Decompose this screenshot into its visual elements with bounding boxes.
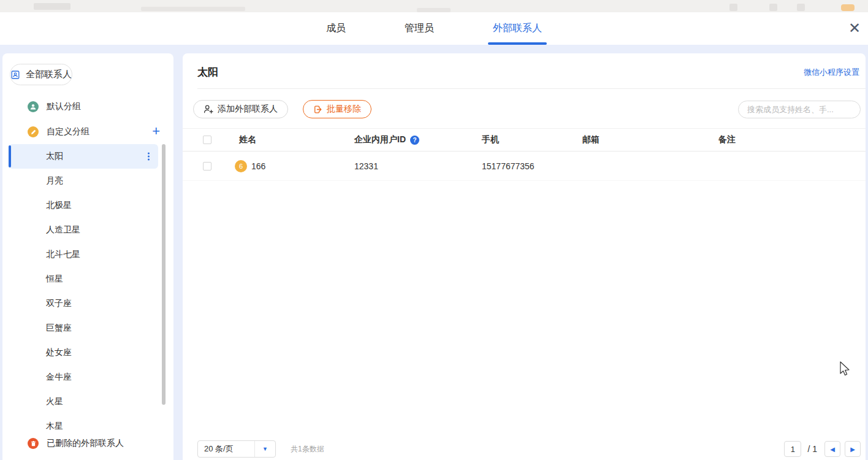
miniprogram-settings-link[interactable]: 微信小程序设置 [804,67,859,78]
group-label: 人造卫星 [46,224,80,236]
pagination: 1 / 1 ◀ ▶ [784,441,861,457]
group-list: 太阳 月亮 北极星 人造卫星 北斗七星 恒星 双子座 巨蟹座 处女座 金牛座 火… [2,144,173,439]
sidebar-group-item[interactable]: 双子座 [9,291,158,316]
sidebar-group-item[interactable]: 北极星 [9,193,158,218]
trash-icon [28,438,39,449]
remove-export-icon [313,105,322,114]
sidebar-group-item[interactable]: 处女座 [9,340,158,365]
group-label: 北极星 [46,200,72,211]
sidebar-scrollbar[interactable] [162,144,166,405]
contact-name: 166 [251,161,265,171]
dimmed-background [0,0,868,12]
row-checkbox[interactable] [203,162,211,171]
sidebar-item-deleted-contacts[interactable]: 已删除的外部联系人 [2,436,173,451]
background-ghost [841,4,855,11]
group-label: 恒星 [46,274,63,285]
default-group-label: 默认分组 [47,101,81,112]
sidebar-group-item[interactable]: 人造卫星 [9,218,158,242]
group-label: 木星 [46,421,63,432]
group-label: 北斗七星 [46,249,80,260]
add-external-contact-label: 添加外部联系人 [218,104,278,115]
close-icon[interactable]: ✕ [846,20,863,37]
sidebar-item-custom-group[interactable]: 自定义分组 + [2,125,173,139]
group-label: 处女座 [46,347,72,358]
group-label: 火星 [46,396,63,407]
contacts-book-icon [10,70,20,80]
add-external-contact-button[interactable]: 添加外部联系人 [193,100,288,118]
background-ghost [769,4,777,11]
main-panel: 太阳 微信小程序设置 添加外部联系人 [183,53,866,460]
sidebar-group-item[interactable]: 恒星 [9,267,158,291]
search-input[interactable] [747,105,855,114]
tab-members[interactable]: 成员 [321,12,351,45]
person-icon [28,101,39,112]
background-ghost [141,7,245,11]
table-row[interactable]: 6 166 12331 15177677356 [183,151,866,181]
page-title: 太阳 [197,65,218,79]
page-size-value: 20 条/页 [198,443,254,454]
sidebar-group-item[interactable]: 巨蟹座 [9,316,158,340]
chevron-down-icon: ▼ [254,441,275,457]
column-header-remark: 备注 [718,134,736,145]
cell-phone: 15177677356 [482,161,535,171]
background-ghost [797,4,805,11]
background-ghost [34,3,70,10]
arrow-right-icon: ▶ [850,446,855,453]
search-box [738,101,861,118]
column-header-phone: 手机 [482,134,499,145]
sidebar-group-item[interactable]: 北斗七星 [9,242,158,267]
all-contacts-button[interactable]: 全部联系人 [10,64,72,85]
modal-content: 全部联系人 默认分组 自定义分组 + [0,45,868,460]
sidebar-group-item[interactable]: 太阳 [9,144,158,169]
sidebar-item-default-group[interactable]: 默认分组 [2,99,173,114]
more-options-icon[interactable] [145,150,152,163]
tab-admins[interactable]: 管理员 [400,12,439,45]
page-size-select[interactable]: 20 条/页 ▼ [197,440,276,458]
group-label: 月亮 [46,175,63,186]
add-group-icon[interactable]: + [152,123,160,139]
deleted-contacts-label: 已删除的外部联系人 [47,438,124,449]
help-icon[interactable]: ? [410,136,419,145]
prev-page-button[interactable]: ◀ [824,441,840,457]
table-header-row: 姓名 企业内用户ID ? 手机 邮箱 备注 [183,128,866,151]
avatar: 6 [235,160,247,172]
group-label: 巨蟹座 [46,323,72,334]
column-header-name: 姓名 [239,134,256,145]
total-pages-text: / 1 [807,444,817,454]
group-label: 双子座 [46,298,72,309]
next-page-button[interactable]: ▶ [845,441,861,457]
cell-userid: 12331 [354,161,378,171]
cell-name: 6 166 [235,160,265,172]
batch-remove-label: 批量移除 [327,104,361,115]
sidebar: 全部联系人 默认分组 自定义分组 + [2,53,173,460]
batch-remove-button[interactable]: 批量移除 [303,100,371,118]
sidebar-group-item[interactable]: 火星 [9,389,158,414]
custom-group-label: 自定义分组 [47,126,89,137]
current-page-box[interactable]: 1 [784,441,801,457]
contacts-modal: 成员 管理员 外部联系人 ✕ 全部联系人 [0,12,868,460]
background-ghost [729,4,737,11]
column-header-userid: 企业内用户ID ? [354,134,419,145]
group-label: 金牛座 [46,372,72,383]
header-divider [197,88,866,89]
column-header-email: 邮箱 [582,134,600,145]
toolbar: 添加外部联系人 批量移除 [193,100,861,118]
background-ghost [417,8,451,12]
select-all-checkbox[interactable] [203,136,211,144]
contacts-table: 姓名 企业内用户ID ? 手机 邮箱 备注 6 166 12331 [183,128,866,181]
pencil-icon [28,126,39,137]
sidebar-group-item[interactable]: 木星 [9,414,158,439]
sidebar-group-item[interactable]: 金牛座 [9,365,158,389]
tab-external-contacts[interactable]: 外部联系人 [488,12,547,45]
total-count-text: 共1条数据 [291,444,324,454]
person-add-icon [204,104,213,114]
arrow-left-icon: ◀ [830,446,835,453]
table-footer: 20 条/页 ▼ 共1条数据 1 / 1 ◀ ▶ [197,440,861,458]
tab-bar: 成员 管理员 外部联系人 ✕ [0,12,868,45]
group-label: 太阳 [46,151,63,162]
main-header: 太阳 微信小程序设置 [183,53,866,79]
all-contacts-label: 全部联系人 [26,69,72,80]
sidebar-group-item[interactable]: 月亮 [9,169,158,193]
